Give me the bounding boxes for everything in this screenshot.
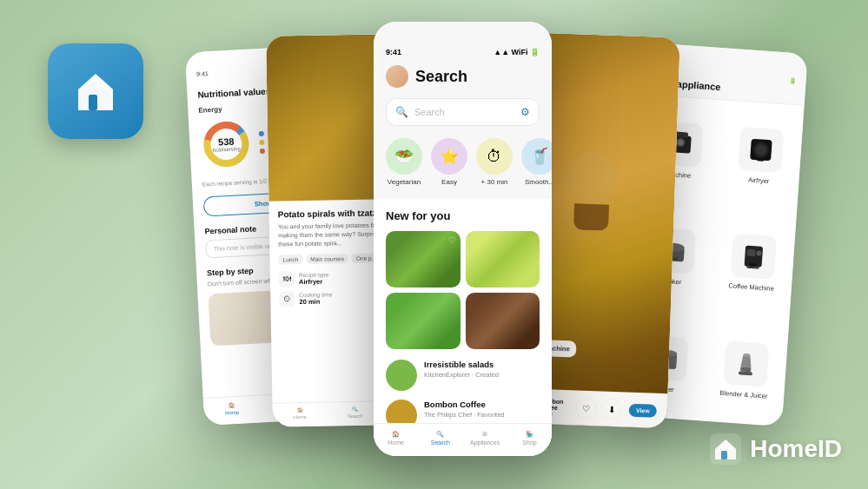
svg-rect-17: [746, 249, 756, 257]
heart-action-btn[interactable]: ♡: [576, 398, 598, 420]
status-icons: ▲▲ WiFi 🔋: [494, 48, 540, 56]
cooking-icon: ⏲: [279, 292, 295, 307]
svg-rect-19: [749, 263, 756, 267]
search-bar-magnifier: 🔍: [395, 106, 408, 118]
pill-smooth[interactable]: 🥤 Smooth...: [521, 138, 552, 186]
coffee-info: Bombon Coffee The Philips Chef · Favorit…: [424, 400, 540, 419]
pill-vegetarian[interactable]: 🥗 Vegetarian: [386, 138, 422, 186]
new-for-you-title: New for you: [386, 209, 540, 222]
recipe-card-4[interactable]: [466, 293, 540, 349]
appliance-coffee-machine[interactable]: Coffee Machine: [709, 207, 797, 319]
easy-icon: ⭐: [431, 138, 467, 175]
pill-easy[interactable]: ⭐ Easy: [431, 138, 467, 186]
download-action-btn[interactable]: ⬇: [601, 399, 623, 420]
recipe-card-3[interactable]: [386, 293, 461, 349]
nav-home[interactable]: 🏠 Home: [203, 400, 261, 416]
salads-title: Irresistible salads: [424, 360, 540, 369]
homeid-logo: HomeID: [710, 433, 842, 465]
search-body: New for you ♡ Irresistib: [374, 199, 552, 456]
status-bar-search: 9:41 ▲▲ WiFi 🔋: [386, 48, 540, 56]
recipe-list-salads[interactable]: Irresistible salads KitchenExplorer · Cr…: [386, 360, 540, 391]
svg-rect-0: [89, 95, 97, 110]
smoothie-icon: 🥤: [521, 138, 552, 175]
svg-rect-24: [740, 367, 751, 372]
coffee-title: Bombon Coffee: [424, 400, 540, 409]
search-bar-placeholder: Search: [414, 107, 514, 117]
recipe-grid: ♡: [386, 231, 540, 349]
card-heart-1[interactable]: ♡: [448, 235, 456, 245]
coffee-action-buttons: ♡ ⬇: [576, 398, 623, 420]
app-icon: [48, 43, 143, 139]
bottom-nav-search: 🏠 Home 🔍 Search ⊞ Appliances 🏪 Shop: [374, 423, 552, 456]
tag-maincourse: Main courses: [306, 254, 348, 264]
filter-icon[interactable]: ⚙: [520, 106, 530, 118]
homeid-logo-icon: [710, 433, 741, 465]
recipe-card-2[interactable]: [466, 231, 540, 287]
svg-rect-12: [757, 158, 764, 162]
nav-shop-search[interactable]: 🏪 Shop: [507, 431, 552, 446]
search-icon-search: 🔍: [436, 431, 444, 438]
user-avatar: [386, 65, 408, 88]
card-image-4: [466, 293, 540, 349]
appliance-airfryer[interactable]: Airfryer: [717, 100, 805, 212]
donut-chart: 538 kcal/serving: [199, 117, 254, 172]
home-icon-recipe: 🏠: [297, 407, 303, 413]
category-pills: 🥗 Vegetarian ⭐ Easy ⏱ + 30 min 🥤 Smooth.…: [386, 138, 540, 190]
appliances-icon-search: ⊞: [482, 431, 487, 438]
nav-home-search[interactable]: 🏠 Home: [374, 431, 418, 446]
home-icon: 🏠: [229, 402, 235, 408]
status-time: 9:41: [386, 48, 401, 56]
card-image-2: [466, 231, 540, 287]
nav-home-recipe[interactable]: 🏠 Home: [273, 407, 328, 420]
coffee-meta: The Philips Chef · Favorited: [424, 411, 540, 419]
calorie-display: 538 kcal/serving: [212, 135, 241, 153]
salads-info: Irresistible salads KitchenExplorer · Cr…: [424, 360, 540, 379]
home-icon-search: 🏠: [392, 431, 400, 438]
coffee-machine-label: Coffee Machine: [728, 282, 774, 294]
salads-avatar: [386, 360, 417, 391]
vegetarian-icon: 🥗: [386, 138, 422, 175]
search-icon-recipe: 🔍: [352, 406, 358, 412]
search-screen: 9:41 ▲▲ WiFi 🔋 Search 🔍 Search ⚙ 🥗 Veget…: [374, 22, 552, 456]
homeid-logo-text: HomeID: [750, 435, 842, 463]
appliance-blender[interactable]: Blender & Juicer: [702, 314, 790, 426]
blender-icon-box: [723, 340, 769, 387]
nav-appliances-search[interactable]: ⊞ Appliances: [463, 431, 507, 446]
pill-30min[interactable]: ⏱ + 30 min: [476, 138, 513, 186]
card-image-3: [386, 293, 461, 349]
search-title-row: Search: [386, 65, 540, 88]
coffee-machine-icon-box: [730, 234, 776, 280]
search-header: 9:41 ▲▲ WiFi 🔋 Search 🔍 Search ⚙ 🥗 Veget…: [374, 22, 552, 199]
salads-meta: KitchenExplorer · Created: [424, 371, 540, 379]
nav-search-search[interactable]: 🔍 Search: [418, 431, 462, 446]
coffee-visual: [565, 151, 620, 231]
airfryer-label: Airfryer: [748, 176, 770, 186]
coffee-view-button[interactable]: View: [629, 403, 657, 417]
recipe-type-icon: 🍽: [279, 272, 295, 287]
recipe-card-1[interactable]: ♡: [386, 231, 461, 287]
search-page-title: Search: [415, 68, 467, 86]
airfryer-icon-box: [738, 127, 784, 173]
shop-icon-search: 🏪: [526, 431, 533, 438]
time-icon: ⏱: [476, 138, 513, 175]
tag-lunch: Lunch: [278, 254, 302, 264]
svg-rect-28: [721, 451, 727, 459]
blender-label: Blender & Juicer: [719, 389, 768, 400]
search-bar[interactable]: 🔍 Search ⚙: [386, 98, 540, 126]
